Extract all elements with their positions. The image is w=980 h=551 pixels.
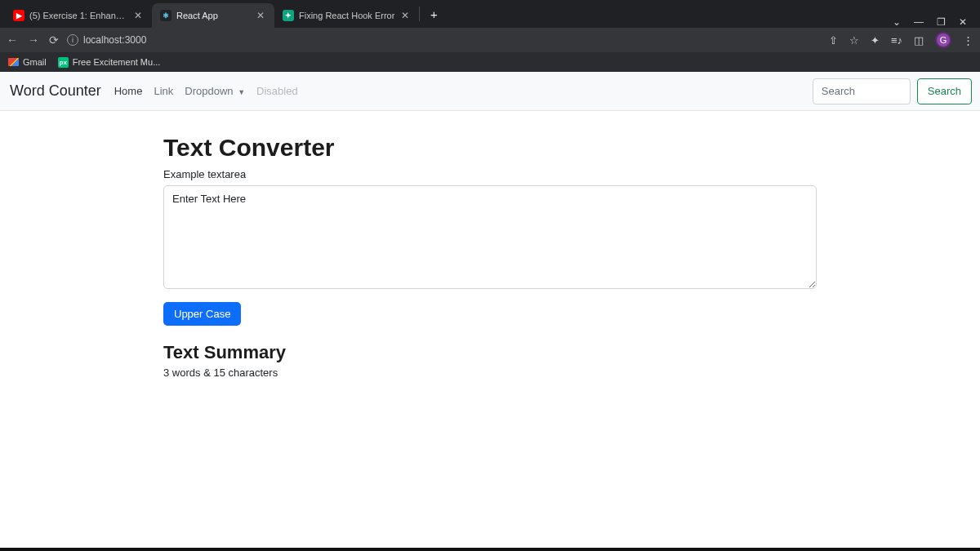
chevron-down-icon[interactable]: ⌄ xyxy=(893,16,901,28)
textarea-label: Example textarea xyxy=(163,168,817,180)
close-window-icon[interactable]: ✕ xyxy=(959,16,967,28)
taskbar xyxy=(0,548,980,551)
new-tab-button[interactable]: + xyxy=(423,3,444,24)
nav-link[interactable]: Link xyxy=(154,85,173,97)
brand[interactable]: Word Counter xyxy=(8,82,103,100)
side-panel-icon[interactable]: ◫ xyxy=(914,34,924,47)
url-text: localhost:3000 xyxy=(83,34,146,46)
nav-links: Home Link Dropdown ▼ Disabled xyxy=(114,85,298,97)
profile-avatar[interactable]: G xyxy=(935,32,951,48)
upper-case-button[interactable]: Upper Case xyxy=(163,302,241,326)
app-navbar: Word Counter Home Link Dropdown ▼ Disabl… xyxy=(0,72,980,111)
window-controls: ⌄ — ❐ ✕ xyxy=(893,16,975,28)
tab-title: Fixing React Hook Error xyxy=(299,11,394,20)
search-button[interactable]: Search xyxy=(917,78,972,104)
nav-home[interactable]: Home xyxy=(114,85,143,97)
bookmark-gmail[interactable]: Gmail xyxy=(8,57,47,67)
share-icon[interactable]: ⇧ xyxy=(829,34,838,47)
close-icon[interactable]: ✕ xyxy=(399,10,411,21)
browser-chrome: ▶ (5) Exercise 1: Enhancing TextUtil ✕ ⚛… xyxy=(0,0,980,72)
tab-youtube[interactable]: ▶ (5) Exercise 1: Enhancing TextUtil ✕ xyxy=(5,3,152,28)
tabs-row: ▶ (5) Exercise 1: Enhancing TextUtil ✕ ⚛… xyxy=(0,0,980,28)
page-title: Text Converter xyxy=(163,134,817,162)
toolbar-right: ⇧ ☆ ✦ ≡♪ ◫ G ⋮ xyxy=(829,32,973,48)
bookmark-px[interactable]: px Free Excitement Mu... xyxy=(58,57,161,68)
site-info-icon[interactable]: i xyxy=(67,34,78,46)
address-row: ← → ⟳ i localhost:3000 ⇧ ☆ ✦ ≡♪ ◫ G ⋮ xyxy=(0,28,980,52)
nav-right: Search xyxy=(813,78,972,104)
kebab-menu-icon[interactable]: ⋮ xyxy=(963,34,973,47)
tab-react-app[interactable]: ⚛ React App ✕ xyxy=(152,3,274,28)
text-input[interactable] xyxy=(163,185,817,289)
nav-dropdown[interactable]: Dropdown ▼ xyxy=(185,85,245,97)
back-icon[interactable]: ← xyxy=(7,33,18,47)
reading-list-icon[interactable]: ≡♪ xyxy=(891,34,902,47)
bookmark-star-icon[interactable]: ☆ xyxy=(849,34,859,47)
address-bar[interactable]: i localhost:3000 xyxy=(67,34,146,46)
maximize-icon[interactable]: ❐ xyxy=(937,16,946,28)
close-icon[interactable]: ✕ xyxy=(132,10,144,21)
summary-text: 3 words & 15 characters xyxy=(163,367,817,379)
minimize-icon[interactable]: — xyxy=(914,16,924,28)
forward-icon[interactable]: → xyxy=(28,33,39,47)
bookmarks-bar: Gmail px Free Excitement Mu... xyxy=(0,52,980,72)
tab-chatgpt[interactable]: ✦ Fixing React Hook Error ✕ xyxy=(274,3,419,28)
gmail-icon xyxy=(8,58,19,66)
chatgpt-icon: ✦ xyxy=(283,10,294,21)
summary-title: Text Summary xyxy=(163,342,817,363)
nav-dropdown-label: Dropdown xyxy=(185,85,233,97)
caret-down-icon: ▼ xyxy=(238,88,245,96)
react-icon: ⚛ xyxy=(160,10,172,21)
px-icon: px xyxy=(58,57,69,68)
bookmark-label: Gmail xyxy=(23,57,47,67)
extensions-icon[interactable]: ✦ xyxy=(871,34,880,47)
search-input[interactable] xyxy=(813,78,911,104)
tab-title: React App xyxy=(176,11,250,20)
close-icon[interactable]: ✕ xyxy=(255,10,266,21)
bookmark-label: Free Excitement Mu... xyxy=(73,57,161,67)
tab-separator xyxy=(419,7,420,21)
nav-disabled: Disabled xyxy=(256,85,298,97)
main-container: Text Converter Example textarea Upper Ca… xyxy=(155,111,825,379)
nav-icons: ← → ⟳ xyxy=(7,33,59,47)
reload-icon[interactable]: ⟳ xyxy=(49,33,59,47)
tab-title: (5) Exercise 1: Enhancing TextUtil xyxy=(29,11,127,20)
youtube-icon: ▶ xyxy=(13,10,24,21)
